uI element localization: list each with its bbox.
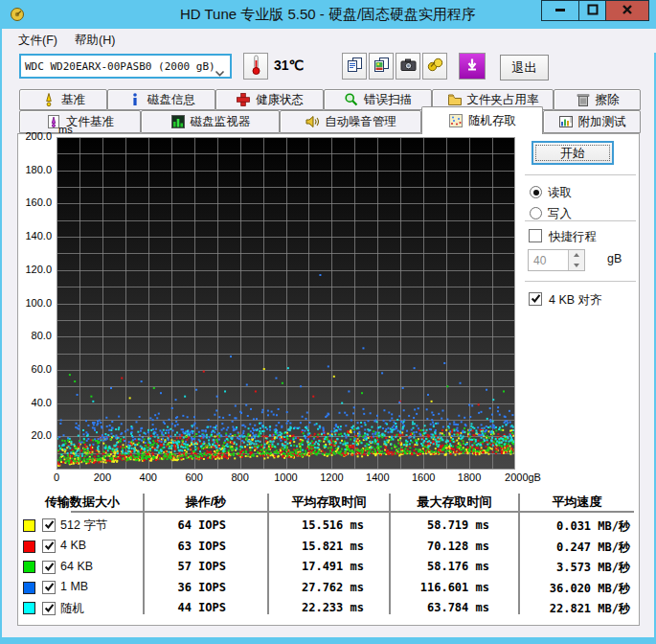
tab-随机存取[interactable]: 随机存取 <box>421 106 543 134</box>
cell-ops: 36 IOPS <box>144 581 226 594</box>
drive-select[interactable]: WDC WD20EARX-00PASB0 (2000 gB) <box>19 54 232 79</box>
disk-info-icon <box>127 92 143 107</box>
tab-label: 文件基准 <box>66 114 114 130</box>
series-label: 随机 <box>60 601 84 617</box>
series-label: 1 MB <box>60 580 88 593</box>
camera-icon <box>400 58 417 76</box>
cell-avg: 27.762 ms <box>268 581 364 594</box>
cell-avg: 15.516 ms <box>268 518 364 532</box>
tab-label: 磁盘监视器 <box>191 114 251 130</box>
series-label: 64 KB <box>60 560 93 573</box>
short-stroke-capacity-input[interactable]: 40 <box>528 249 585 271</box>
series-label: 4 KB <box>60 539 86 552</box>
cell-speed: 22.821 MB/秒 <box>519 601 630 617</box>
read-radio[interactable] <box>530 186 542 198</box>
series-label: 512 字节 <box>60 518 107 534</box>
series-color-swatch <box>23 561 35 573</box>
y-axis-tick: 80.0 <box>8 330 52 341</box>
table-column-divider <box>389 494 391 614</box>
y-axis-unit: ms <box>58 124 73 135</box>
tab-自动噪音管理[interactable]: 自动噪音管理 <box>280 110 421 133</box>
cell-max: 116.601 ms <box>390 581 489 594</box>
cell-avg: 15.821 ms <box>268 540 364 553</box>
maximize-button[interactable] <box>578 0 606 21</box>
y-axis-tick: 160.0 <box>8 196 52 208</box>
tab-label: 基准 <box>61 92 85 108</box>
close-button[interactable] <box>605 0 649 21</box>
cell-avg: 17.491 ms <box>268 560 364 573</box>
series-color-swatch <box>23 582 35 594</box>
series-visible-checkbox[interactable] <box>42 561 56 574</box>
y-axis-tick: 20.0 <box>8 429 52 441</box>
tab-label: 擦除 <box>596 92 620 108</box>
read-radio-label[interactable]: 读取 <box>548 185 572 201</box>
disk-monitor-icon <box>170 114 186 129</box>
cell-ops: 57 IOPS <box>144 560 226 573</box>
gold-tool-icon <box>427 57 443 76</box>
separator <box>525 220 636 221</box>
y-axis-tick: 140.0 <box>8 230 52 242</box>
cell-speed: 0.247 MB/秒 <box>519 540 630 556</box>
x-axis-tick: 2000gB <box>492 472 554 483</box>
update-download-button[interactable] <box>459 53 486 80</box>
tab-附加测试[interactable]: 附加测试 <box>543 110 641 133</box>
download-arrow-icon <box>465 58 479 75</box>
tab-擦除[interactable]: 擦除 <box>554 89 641 110</box>
copy-text-button[interactable] <box>342 53 367 80</box>
align-4kb-checkbox[interactable] <box>529 292 542 306</box>
benchmark-icon <box>41 92 57 107</box>
exit-button[interactable]: 退出 <box>500 55 549 80</box>
y-axis-tick: 200.0 <box>8 130 52 142</box>
screenshot-button[interactable] <box>396 53 420 80</box>
app-window: HD Tune 专业版 5.50 - 硬盘/固态硬盘实用程序 文件(F)帮助(H… <box>0 0 656 644</box>
menu-bar: 文件(F)帮助(H) <box>4 29 656 53</box>
cell-max: 58.719 ms <box>390 518 489 532</box>
tab-磁盘信息[interactable]: 磁盘信息 <box>107 89 215 110</box>
tab-label: 文件夹占用率 <box>467 92 539 108</box>
short-stroke-label[interactable]: 快捷行程 <box>549 229 597 245</box>
series-color-swatch <box>23 519 35 532</box>
y-axis-tick: 100.0 <box>8 297 52 309</box>
short-stroke-capacity-value: 40 <box>533 254 546 267</box>
check-icon <box>44 517 55 534</box>
separator <box>525 174 636 175</box>
y-axis-tick: 60.0 <box>8 363 52 375</box>
triangle-down-icon <box>574 264 579 267</box>
y-axis-tick: 180.0 <box>8 164 52 175</box>
spin-down-button[interactable] <box>568 261 584 271</box>
series-visible-checkbox[interactable] <box>42 602 56 615</box>
copy-text-icon <box>347 57 363 77</box>
series-visible-checkbox[interactable] <box>42 518 56 532</box>
cell-max: 58.176 ms <box>390 560 489 573</box>
aam-icon <box>305 114 320 129</box>
short-stroke-checkbox[interactable] <box>529 229 542 242</box>
start-button[interactable]: 开始 <box>532 141 614 165</box>
series-visible-checkbox[interactable] <box>42 540 56 553</box>
minimize-icon <box>554 2 566 19</box>
cell-max: 63.784 ms <box>390 601 489 614</box>
align-4kb-label[interactable]: 4 KB 对齐 <box>549 292 602 309</box>
tab-label: 错误扫描 <box>364 92 412 108</box>
tab-label: 附加测试 <box>578 114 626 130</box>
write-radio[interactable] <box>530 207 542 219</box>
series-color-swatch <box>23 540 35 553</box>
check-icon <box>44 579 55 596</box>
menu-item[interactable]: 文件(F) <box>10 30 66 52</box>
copy-image-button[interactable] <box>369 53 394 80</box>
y-axis-tick: 120.0 <box>8 264 52 275</box>
minimize-button[interactable] <box>541 0 579 21</box>
tab-磁盘监视器[interactable]: 磁盘监视器 <box>141 110 280 133</box>
tab-错误扫描[interactable]: 错误扫描 <box>324 89 432 110</box>
series-visible-checkbox[interactable] <box>42 581 56 594</box>
random-access-icon <box>448 113 464 128</box>
table-header-4: 最大存取时间 <box>390 494 519 511</box>
folder-usage-icon <box>447 92 463 107</box>
menu-item[interactable]: 帮助(H) <box>66 30 124 52</box>
tab-基准[interactable]: 基准 <box>19 89 107 110</box>
temperature-button[interactable] <box>243 53 268 80</box>
drive-select-value: WDC WD20EARX-00PASB0 (2000 gB) <box>21 60 215 73</box>
tab-健康状态[interactable]: 健康状态 <box>215 89 324 110</box>
table-column-divider <box>143 494 145 614</box>
special-gold-button[interactable] <box>422 53 447 80</box>
table-header-1: 传输数据大小 <box>21 494 144 511</box>
